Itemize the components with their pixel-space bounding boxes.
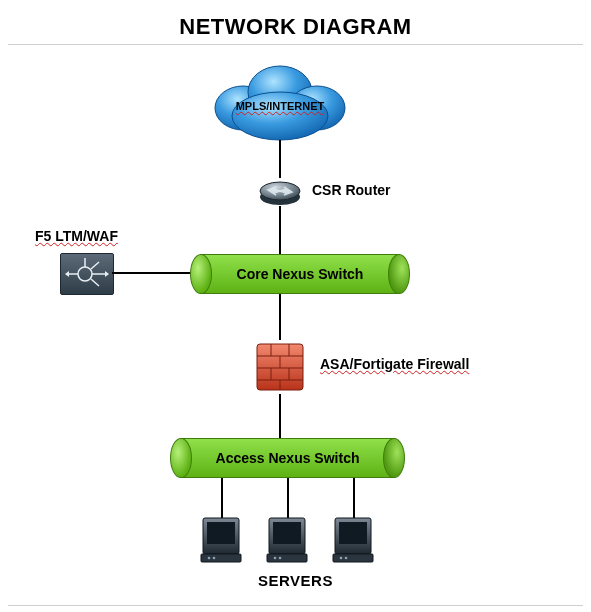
server-icon <box>266 516 308 564</box>
core-switch-label: Core Nexus Switch <box>190 254 410 294</box>
link-router-core <box>279 206 281 254</box>
svg-rect-19 <box>207 522 235 544</box>
link-f5-core <box>112 272 192 274</box>
svg-point-22 <box>213 557 216 560</box>
router-label: CSR Router <box>312 182 391 198</box>
svg-point-6 <box>78 267 92 281</box>
servers-label: SERVERS <box>0 572 591 589</box>
cloud-icon: MPLS/INTERNET <box>205 58 355 143</box>
divider-bottom <box>8 605 583 606</box>
svg-rect-29 <box>339 522 367 544</box>
divider-top <box>8 44 583 45</box>
svg-point-32 <box>345 557 348 560</box>
svg-rect-25 <box>267 554 307 562</box>
diagram-canvas: NETWORK DIAGRAM MPLS/INTERNET <box>0 0 591 612</box>
link-firewall-access <box>279 394 281 438</box>
router-icon <box>258 177 302 207</box>
access-switch-label: Access Nexus Switch <box>170 438 405 478</box>
cloud-label: MPLS/INTERNET <box>205 100 355 112</box>
svg-point-31 <box>340 557 343 560</box>
svg-rect-24 <box>273 522 301 544</box>
svg-rect-30 <box>333 554 373 562</box>
firewall-label: ASA/Fortigate Firewall <box>320 356 469 372</box>
core-switch-icon: Core Nexus Switch <box>190 254 410 294</box>
firewall-icon <box>255 340 305 394</box>
server-icon <box>332 516 374 564</box>
svg-rect-20 <box>201 554 241 562</box>
diagram-title: NETWORK DIAGRAM <box>0 14 591 40</box>
link-access-server2 <box>287 478 289 518</box>
svg-point-26 <box>274 557 277 560</box>
link-core-firewall <box>279 294 281 340</box>
svg-point-27 <box>279 557 282 560</box>
link-cloud-router <box>279 140 281 178</box>
svg-point-21 <box>208 557 211 560</box>
link-access-server1 <box>221 478 223 518</box>
f5-icon <box>60 253 114 295</box>
f5-label: F5 LTM/WAF <box>35 228 118 244</box>
access-switch-icon: Access Nexus Switch <box>170 438 405 478</box>
link-access-server3 <box>353 478 355 518</box>
server-icon <box>200 516 242 564</box>
